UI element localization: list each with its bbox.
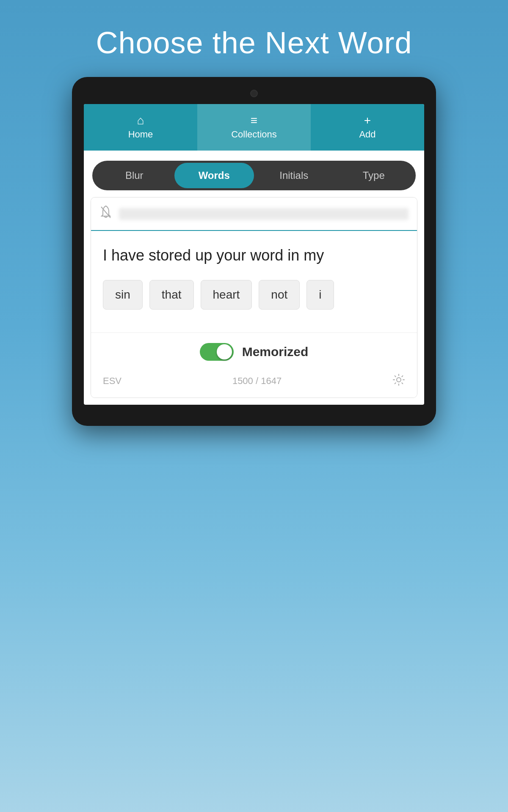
nav-add-label: Add	[359, 129, 375, 140]
nav-bar: ⌂ Home ≡ Collections + Add	[84, 104, 424, 151]
memorized-toggle[interactable]	[200, 343, 234, 361]
mode-selector: Blur Words Initials Type	[92, 161, 416, 190]
mode-selector-wrap: Blur Words Initials Type	[84, 151, 424, 197]
card-header	[91, 198, 417, 231]
mode-blur[interactable]: Blur	[94, 163, 174, 188]
verse-content: I have stored up your word in my sin tha…	[91, 231, 417, 332]
nav-home-label: Home	[128, 129, 153, 140]
word-options: sin that heart not i	[103, 280, 405, 314]
svg-line-0	[101, 207, 110, 218]
translation-label: ESV	[103, 376, 121, 387]
home-icon: ⌂	[137, 115, 144, 126]
tablet-screen: ⌂ Home ≡ Collections + Add Blur Words In…	[84, 104, 424, 405]
add-icon: +	[364, 115, 371, 126]
collections-icon: ≡	[251, 115, 257, 126]
nav-home[interactable]: ⌂ Home	[84, 104, 197, 151]
bottom-section: Memorized ESV 1500 / 1647	[91, 332, 417, 398]
nav-collections-label: Collections	[231, 129, 277, 140]
verse-text: I have stored up your word in my	[103, 244, 405, 267]
word-option-heart[interactable]: heart	[201, 280, 252, 310]
svg-point-1	[397, 378, 401, 382]
footer-row: ESV 1500 / 1647	[103, 369, 405, 389]
bell-icon	[99, 205, 112, 222]
mode-initials[interactable]: Initials	[254, 163, 334, 188]
memorized-label: Memorized	[242, 345, 309, 359]
page-title: Choose the Next Word	[96, 25, 412, 60]
nav-collections[interactable]: ≡ Collections	[197, 104, 311, 151]
gear-icon[interactable]	[392, 373, 405, 389]
word-option-sin[interactable]: sin	[103, 280, 143, 310]
word-option-not[interactable]: not	[259, 280, 300, 310]
tablet-camera	[250, 90, 258, 97]
word-option-that[interactable]: that	[149, 280, 194, 310]
mode-type[interactable]: Type	[334, 163, 414, 188]
blurred-reference	[119, 208, 409, 220]
verse-card: I have stored up your word in my sin tha…	[91, 197, 417, 398]
memorized-row: Memorized	[200, 343, 309, 361]
tablet-device: ⌂ Home ≡ Collections + Add Blur Words In…	[72, 77, 436, 426]
toggle-knob	[217, 344, 232, 359]
mode-words[interactable]: Words	[174, 163, 254, 188]
word-option-i[interactable]: i	[306, 280, 334, 310]
nav-add[interactable]: + Add	[311, 104, 424, 151]
progress-label: 1500 / 1647	[232, 376, 282, 387]
